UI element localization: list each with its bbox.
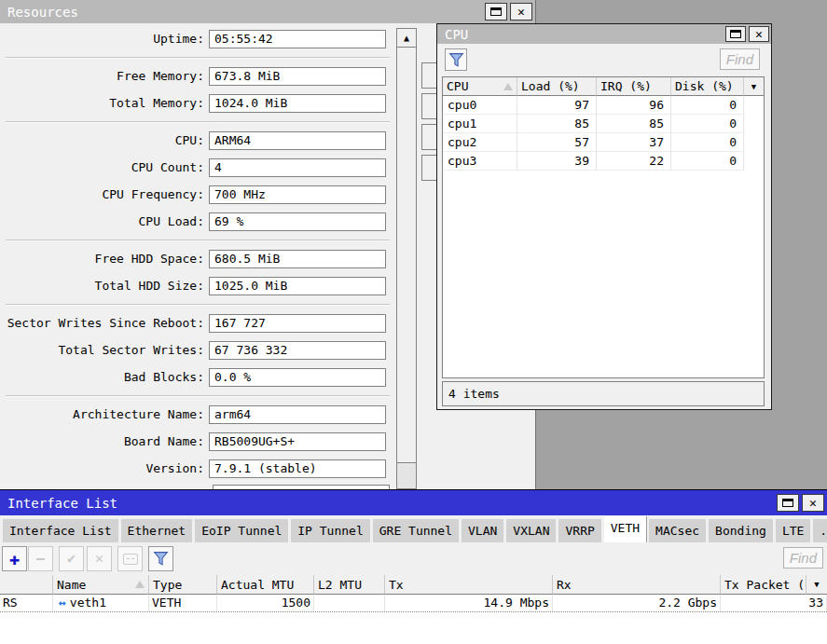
scrollbar-thumb[interactable] xyxy=(397,462,416,488)
tab-lte[interactable]: LTE xyxy=(776,519,810,542)
vertical-scrollbar[interactable]: ▲ xyxy=(396,28,417,489)
tab-ethernet[interactable]: Ethernet xyxy=(121,519,193,542)
cpu-table-row[interactable]: cpu257370 xyxy=(443,133,764,152)
enable-button[interactable]: ✔ xyxy=(59,546,84,571)
find-button[interactable]: Find xyxy=(720,48,760,70)
tab-interface-list[interactable]: Interface List xyxy=(3,519,118,542)
cpu-column-header-cpu[interactable]: CPU xyxy=(443,77,517,96)
field-label-cpu-count: CPU Count: xyxy=(0,158,209,177)
cpu-cell-value: 22 xyxy=(597,152,671,171)
table-row[interactable]: RS↔veth1VETH150014.9 Mbps2.2 Gbps33 xyxy=(0,595,827,612)
tab-bonding[interactable]: Bonding xyxy=(709,519,773,542)
resources-titlebar[interactable]: Resources ✕ xyxy=(0,0,535,23)
field-label-bad-blocks: Bad Blocks: xyxy=(0,368,209,387)
scroll-up-button[interactable]: ▲ xyxy=(397,29,416,48)
cpu-table-row[interactable]: cpu185850 xyxy=(443,115,764,133)
cpu-column-header-disk[interactable]: Disk (%) xyxy=(671,77,744,96)
column-options-button[interactable]: ▼ xyxy=(806,575,827,595)
field-value-bad-blocks[interactable]: 0.0 % xyxy=(209,368,386,387)
close-icon: ✕ xyxy=(517,6,525,18)
field-value-total-sector-writes[interactable]: 67 736 332 xyxy=(209,341,386,360)
maximize-button[interactable] xyxy=(777,494,799,512)
tab-vxlan[interactable]: VXLAN xyxy=(506,519,556,542)
field-value-board-name[interactable]: RB5009UG+S+ xyxy=(209,432,386,451)
interface-column-header-actual-mtu[interactable]: Actual MTU xyxy=(217,575,314,595)
name-cell: ↔veth1 xyxy=(53,595,149,611)
group-separator xyxy=(6,57,390,59)
filter-button[interactable] xyxy=(148,546,173,571)
interface-column-header-l2-mtu[interactable]: L2 MTU xyxy=(314,575,385,595)
window-title: Interface List xyxy=(7,496,774,511)
cpu-cell-value: 85 xyxy=(597,115,671,133)
cpu-cell-value: 37 xyxy=(597,133,671,152)
interface-table-header: NameTypeActual MTUL2 MTUTxRxTx Packet (▼ xyxy=(0,575,827,595)
interface-column-header-tx-packet[interactable]: Tx Packet ( xyxy=(721,575,806,595)
field-value-uptime[interactable]: 05:55:42 xyxy=(209,30,386,48)
cpu-titlebar[interactable]: CPU ✕ xyxy=(437,24,771,44)
cpu-column-header-load[interactable]: Load (%) xyxy=(517,77,597,96)
tab-vrrp[interactable]: VRRP xyxy=(558,519,600,542)
funnel-icon xyxy=(153,551,169,567)
interface-list-window: Interface List ✕ Interface ListEthernetE… xyxy=(0,489,827,644)
interface-column-header-type[interactable]: Type xyxy=(149,575,217,595)
field-value-architecture-name[interactable]: arm64 xyxy=(209,405,386,424)
interface-column-header-rx[interactable]: Rx xyxy=(553,575,721,595)
veth-interface-icon: ↔ xyxy=(59,596,66,610)
enable-icon: ✔ xyxy=(67,552,76,566)
close-button[interactable]: ✕ xyxy=(802,494,824,512)
field-value-free-memory[interactable]: 673.8 MiB xyxy=(209,67,386,86)
cpu-cell-name: cpu1 xyxy=(443,115,517,133)
interface-column-header-tx[interactable]: Tx xyxy=(385,575,553,595)
close-button[interactable]: ✕ xyxy=(510,3,532,21)
field-value-total-memory[interactable]: 1024.0 MiB xyxy=(209,94,386,113)
l2-mtu-cell xyxy=(314,595,385,611)
disable-button[interactable]: ✕ xyxy=(87,546,112,571)
comment-button[interactable] xyxy=(117,546,143,571)
rx-cell: 2.2 Gbps xyxy=(553,595,721,611)
cpu-table-row[interactable]: cpu097960 xyxy=(443,96,764,115)
close-icon: ✕ xyxy=(755,28,763,40)
maximize-button[interactable] xyxy=(485,3,507,21)
field-value-cpu-load[interactable]: 69 % xyxy=(209,212,386,231)
cpu-column-header-irq[interactable]: IRQ (%) xyxy=(597,77,671,96)
cpu-cell-value: 0 xyxy=(671,96,744,115)
interface-column-header-blank[interactable] xyxy=(0,575,53,595)
field-label-free-hdd-space: Free HDD Space: xyxy=(0,250,209,268)
add-button[interactable]: ✚ xyxy=(2,546,27,571)
tab-macsec[interactable]: MACsec xyxy=(649,519,706,542)
cpu-cell-value: 85 xyxy=(517,115,597,133)
field-value-cpu[interactable]: ARM64 xyxy=(209,131,386,150)
interface-list-titlebar[interactable]: Interface List ✕ xyxy=(0,490,827,515)
tab-eoip-tunnel[interactable]: EoIP Tunnel xyxy=(195,519,288,542)
maximize-button[interactable] xyxy=(725,26,746,42)
cpu-table-row[interactable]: cpu339220 xyxy=(443,152,764,171)
field-value-free-hdd-space[interactable]: 680.5 MiB xyxy=(209,250,386,268)
interface-column-header-name[interactable]: Name xyxy=(53,575,149,595)
filter-button[interactable] xyxy=(445,48,467,71)
cpu-cell-name: cpu3 xyxy=(443,152,517,171)
tab-blank[interactable]: ... xyxy=(813,519,827,542)
field-value-total-hdd-size[interactable]: 1025.0 MiB xyxy=(209,277,386,295)
tab-gre-tunnel[interactable]: GRE Tunnel xyxy=(373,519,459,542)
remove-button[interactable]: — xyxy=(28,546,53,571)
field-value-sector-writes-since-reboot[interactable]: 167 727 xyxy=(209,314,386,333)
find-button[interactable]: Find xyxy=(783,547,823,569)
field-label-version: Version: xyxy=(0,459,209,478)
close-button[interactable]: ✕ xyxy=(749,26,769,42)
maximize-icon xyxy=(782,499,793,507)
interface-toolbar: ✚—✔✕ xyxy=(0,544,827,575)
comment-icon xyxy=(123,554,138,565)
field-label-architecture-name: Architecture Name: xyxy=(0,405,209,424)
flags-cell: RS xyxy=(0,595,53,611)
tab-ip-tunnel[interactable]: IP Tunnel xyxy=(291,519,369,542)
column-options-button[interactable]: ▼ xyxy=(744,77,764,96)
interface-name: veth1 xyxy=(70,596,106,610)
field-value-cpu-frequency[interactable]: 700 MHz xyxy=(209,185,386,204)
cpu-table-rows: cpu097960cpu185850cpu257370cpu339220 xyxy=(443,96,764,171)
column-label: L2 MTU xyxy=(318,578,362,592)
field-value-cpu-count[interactable]: 4 xyxy=(209,158,386,177)
tab-vlan[interactable]: VLAN xyxy=(462,519,503,542)
field-value-version[interactable]: 7.9.1 (stable) xyxy=(209,459,386,478)
tab-veth[interactable]: VETH xyxy=(604,516,646,542)
column-label: Disk (%) xyxy=(675,79,734,93)
